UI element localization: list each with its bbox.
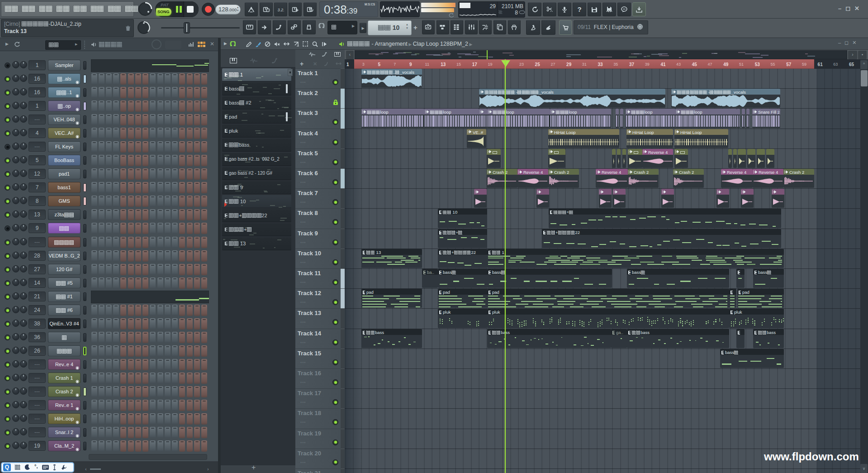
svg-text:3.2.1: 3.2.1	[277, 7, 284, 12]
